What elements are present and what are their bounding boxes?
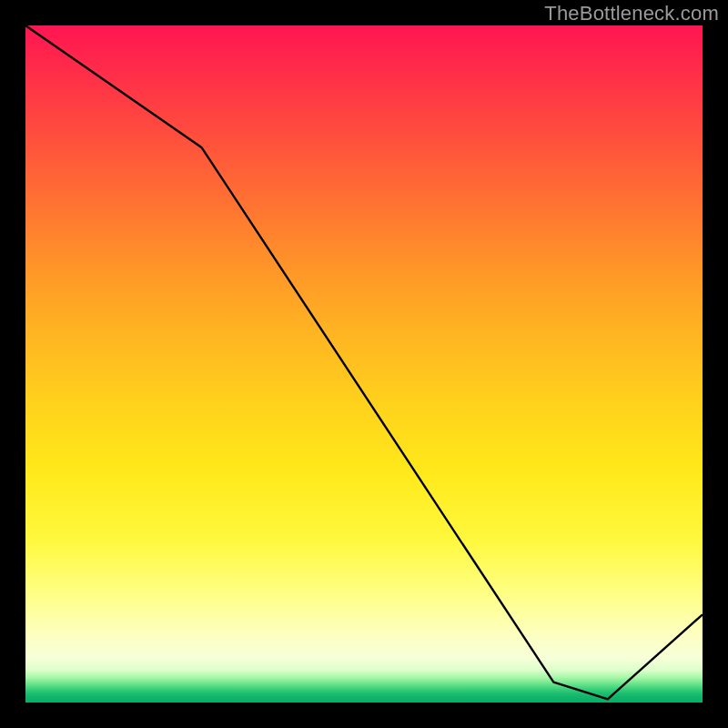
line-overlay — [25, 25, 703, 703]
chart-container: TheBottleneck.com — [0, 0, 728, 728]
watermark-text: TheBottleneck.com — [544, 2, 719, 25]
line-series — [25, 25, 703, 699]
plot-area — [25, 25, 703, 703]
